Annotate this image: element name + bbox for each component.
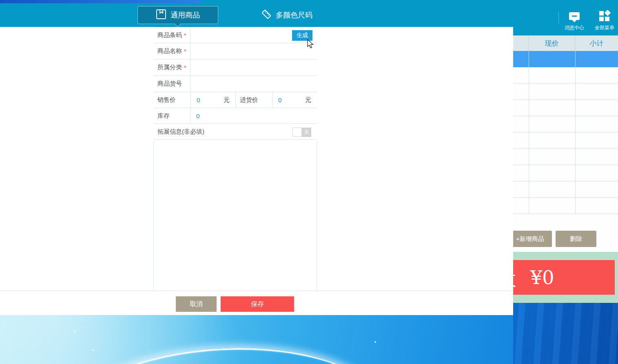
form-row-extended: 拓展信息(非必填) 关: [153, 124, 317, 140]
form-row-prices: 销售价 0 元 进货价 0 元: [153, 92, 317, 108]
form-row-name: 商品名称 *: [153, 43, 317, 60]
clipped-total-label: 收: [513, 267, 516, 291]
sale-price-value: 0: [197, 97, 200, 104]
order-col-partial: [513, 35, 529, 51]
cancel-button[interactable]: 取消: [176, 296, 217, 312]
form-row-category: 所属分类 *: [153, 60, 317, 76]
tab-label: 多颜色尺码: [276, 10, 312, 20]
order-col-subtotal: 小计: [575, 35, 618, 51]
package-icon: [156, 9, 166, 22]
tab-notch: [175, 21, 181, 27]
form-row-stock: 库存 0: [153, 108, 317, 124]
required-mark: *: [184, 48, 186, 55]
purchase-price-label: 进货价: [240, 96, 258, 104]
sale-price-input[interactable]: 0 元: [190, 92, 235, 108]
barcode-label: 商品条码: [157, 31, 182, 39]
total-area: 收 ¥0: [513, 252, 618, 303]
product-form: 商品条码 * 生成 商品名称 * 所属分类 *: [153, 27, 317, 140]
total-amount: ¥0: [530, 267, 554, 289]
wallpaper-sparkle: [92, 349, 94, 351]
sale-price-unit: 元: [224, 96, 230, 104]
all-menus-button[interactable]: 全部菜单: [590, 10, 618, 31]
tab-multi-color-size[interactable]: 多颜色尺码: [261, 6, 343, 24]
window-title-strip: [0, 0, 201, 3]
barcode-input[interactable]: 生成: [190, 27, 317, 43]
stock-input[interactable]: 0: [190, 108, 317, 124]
modal-footer: 取消 保存: [0, 291, 513, 315]
stock-label: 库存: [157, 112, 170, 120]
order-panel: 现价 小计 +新增商品 删除 收 ¥0: [513, 35, 618, 364]
message-center-label: 消息中心: [565, 25, 584, 31]
wallpaper-light-arc: [58, 340, 391, 364]
sku-input[interactable]: [190, 76, 317, 92]
toggle-knob: [292, 128, 302, 137]
wallpaper-sparkle: [374, 341, 376, 343]
add-product-modal: 商品条码 * 生成 商品名称 * 所属分类 *: [0, 27, 513, 315]
cursor-icon: [307, 39, 314, 51]
toggle-off-label: 关: [302, 128, 311, 137]
form-row-barcode: 商品条码 * 生成: [153, 27, 317, 43]
required-mark: *: [184, 64, 186, 71]
extended-info-toggle[interactable]: 关: [292, 128, 311, 137]
stock-value: 0: [196, 113, 199, 119]
total-box: 收 ¥0: [513, 260, 615, 295]
purchase-price-unit: 元: [305, 96, 311, 104]
form-row-sku: 商品货号: [153, 76, 317, 92]
sale-price-label: 销售价: [157, 96, 176, 104]
purchase-price-input[interactable]: 0 元: [272, 92, 317, 108]
tab-general-product[interactable]: 通用商品: [137, 6, 218, 24]
form-empty-area: [153, 141, 317, 291]
message-center-button[interactable]: 消息中心: [560, 10, 589, 31]
menu-grid-icon: [599, 11, 610, 21]
message-bubble-icon: [569, 12, 580, 20]
category-input[interactable]: [190, 60, 317, 75]
required-mark: *: [184, 32, 186, 39]
purchase-price-value: 0: [278, 97, 281, 104]
all-menus-label: 全部菜单: [595, 25, 614, 31]
sku-label: 商品货号: [157, 80, 182, 88]
table-column-divider: [575, 35, 576, 214]
category-label: 所属分类: [157, 64, 182, 71]
delete-button[interactable]: 删除: [556, 231, 596, 247]
wallpaper-sparkle: [74, 331, 76, 332]
extended-info-label: 拓展信息(非必填): [157, 128, 204, 136]
header-divider: [558, 12, 559, 24]
desktop-wallpaper-left: [0, 315, 513, 364]
order-col-current-price: 现价: [529, 35, 575, 51]
name-input[interactable]: [190, 43, 317, 59]
screen: 通用商品 多颜色尺码 消息中心: [0, 0, 618, 364]
tab-label: 通用商品: [171, 10, 200, 20]
ruler-icon: [261, 9, 272, 22]
add-product-button[interactable]: +新增商品: [513, 231, 552, 247]
table-column-divider: [529, 35, 529, 214]
save-button[interactable]: 保存: [221, 296, 294, 312]
name-label: 商品名称: [157, 47, 182, 55]
